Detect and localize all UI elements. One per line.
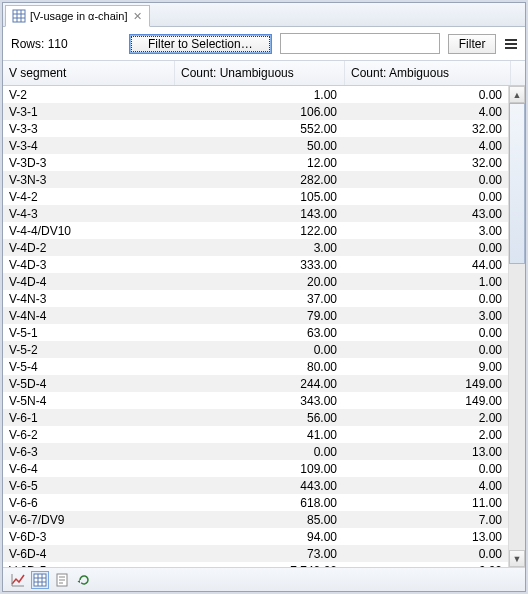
column-header-segment[interactable]: V segment <box>3 61 175 85</box>
table-row[interactable]: V-4N-479.003.00 <box>3 307 508 324</box>
cell-ambiguous: 2.00 <box>343 428 508 442</box>
note-icon[interactable] <box>53 571 71 589</box>
table-row[interactable]: V-3N-3282.000.00 <box>3 171 508 188</box>
table-row[interactable]: V-3D-312.0032.00 <box>3 154 508 171</box>
table-row[interactable]: V-6-4109.000.00 <box>3 460 508 477</box>
table-row[interactable]: V-21.000.00 <box>3 86 508 103</box>
cell-segment: V-4-3 <box>3 207 174 221</box>
hamburger-menu-icon[interactable] <box>504 35 518 53</box>
close-icon[interactable]: ✕ <box>131 10 143 22</box>
cell-unambiguous: 41.00 <box>174 428 343 442</box>
table-row[interactable]: V-4D-420.001.00 <box>3 273 508 290</box>
cell-unambiguous: 122.00 <box>174 224 343 238</box>
svg-marker-19 <box>78 580 81 583</box>
cell-unambiguous: 106.00 <box>174 105 343 119</box>
cell-segment: V-6-2 <box>3 428 174 442</box>
cell-segment: V-3-4 <box>3 139 174 153</box>
cell-segment: V-4-2 <box>3 190 174 204</box>
cell-segment: V-6-4 <box>3 462 174 476</box>
cell-ambiguous: 43.00 <box>343 207 508 221</box>
cell-unambiguous: 443.00 <box>174 479 343 493</box>
scroll-thumb[interactable] <box>509 103 525 264</box>
cell-segment: V-6-6 <box>3 496 174 510</box>
table-row[interactable]: V-4-4/DV10122.003.00 <box>3 222 508 239</box>
cell-segment: V-5-2 <box>3 343 174 357</box>
cell-unambiguous: 94.00 <box>174 530 343 544</box>
cell-segment: V-6-1 <box>3 411 174 425</box>
table-row[interactable]: V-4D-23.000.00 <box>3 239 508 256</box>
table-row[interactable]: V-3-1106.004.00 <box>3 103 508 120</box>
cell-segment: V-3N-3 <box>3 173 174 187</box>
cell-segment: V-3-3 <box>3 122 174 136</box>
table-row[interactable]: V-5-163.000.00 <box>3 324 508 341</box>
table-row[interactable]: V-6-5443.004.00 <box>3 477 508 494</box>
cell-unambiguous: 343.00 <box>174 394 343 408</box>
cell-unambiguous: 333.00 <box>174 258 343 272</box>
scroll-track[interactable] <box>509 103 525 550</box>
tab-strip: [V-usage in α-chain] ✕ <box>3 3 525 27</box>
column-header-ambiguous[interactable]: Count: Ambiguous <box>345 61 511 85</box>
cell-unambiguous: 56.00 <box>174 411 343 425</box>
table-row[interactable]: V-3-3552.0032.00 <box>3 120 508 137</box>
cell-ambiguous: 0.00 <box>343 343 508 357</box>
cell-segment: V-6-7/DV9 <box>3 513 174 527</box>
cell-ambiguous: 7.00 <box>343 513 508 527</box>
table-row[interactable]: V-6-7/DV985.007.00 <box>3 511 508 528</box>
cell-segment: V-6D-3 <box>3 530 174 544</box>
cell-unambiguous: 552.00 <box>174 122 343 136</box>
filter-to-selection-button[interactable]: Filter to Selection… <box>129 34 272 54</box>
column-header-unambiguous[interactable]: Count: Unambiguous <box>175 61 345 85</box>
grid-view-icon[interactable] <box>31 571 49 589</box>
cell-ambiguous: 9.00 <box>343 360 508 374</box>
scroll-down-button[interactable]: ▼ <box>509 550 525 567</box>
cell-unambiguous: 618.00 <box>174 496 343 510</box>
cell-unambiguous: 85.00 <box>174 513 343 527</box>
table-row[interactable]: V-6-30.0013.00 <box>3 443 508 460</box>
cell-unambiguous: 12.00 <box>174 156 343 170</box>
toolbar: Rows: 110 Filter to Selection… Filter <box>3 27 525 61</box>
table-header: V segment Count: Unambiguous Count: Ambi… <box>3 61 525 86</box>
cell-segment: V-4D-4 <box>3 275 174 289</box>
table-row[interactable]: V-4-3143.0043.00 <box>3 205 508 222</box>
table-row[interactable]: V-6-6618.0011.00 <box>3 494 508 511</box>
table-row[interactable]: V-5D-4244.00149.00 <box>3 375 508 392</box>
table-content: V segment Count: Unambiguous Count: Ambi… <box>3 61 525 567</box>
svg-rect-6 <box>505 43 517 45</box>
table-row[interactable]: V-5-20.000.00 <box>3 341 508 358</box>
refresh-icon[interactable] <box>75 571 93 589</box>
cell-ambiguous: 0.00 <box>343 326 508 340</box>
table-row[interactable]: V-3-450.004.00 <box>3 137 508 154</box>
grid-wrap: V-21.000.00V-3-1106.004.00V-3-3552.0032.… <box>3 86 525 567</box>
cell-ambiguous: 0.00 <box>343 88 508 102</box>
svg-rect-5 <box>505 39 517 41</box>
cell-segment: V-5-1 <box>3 326 174 340</box>
scroll-up-button[interactable]: ▲ <box>509 86 525 103</box>
cell-segment: V-5D-4 <box>3 377 174 391</box>
cell-segment: V-6-5 <box>3 479 174 493</box>
table-row[interactable]: V-6-241.002.00 <box>3 426 508 443</box>
svg-rect-0 <box>13 10 25 22</box>
cell-unambiguous: 80.00 <box>174 360 343 374</box>
filter-button[interactable]: Filter <box>448 34 497 54</box>
table-row[interactable]: V-6D-473.000.00 <box>3 545 508 562</box>
footer-toolbar <box>3 567 525 591</box>
cell-segment: V-2 <box>3 88 174 102</box>
filter-input[interactable] <box>280 33 440 54</box>
vertical-scrollbar[interactable]: ▲ ▼ <box>508 86 525 567</box>
cell-unambiguous: 105.00 <box>174 190 343 204</box>
tab-label: [V-usage in α-chain] <box>30 10 127 22</box>
table-row[interactable]: V-6-156.002.00 <box>3 409 508 426</box>
cell-ambiguous: 149.00 <box>343 377 508 391</box>
cell-ambiguous: 0.00 <box>343 241 508 255</box>
cell-ambiguous: 4.00 <box>343 105 508 119</box>
table-row[interactable]: V-5N-4343.00149.00 <box>3 392 508 409</box>
table-row[interactable]: V-5-480.009.00 <box>3 358 508 375</box>
table-row[interactable]: V-4N-337.000.00 <box>3 290 508 307</box>
table-row[interactable]: V-6D-394.0013.00 <box>3 528 508 545</box>
cell-unambiguous: 0.00 <box>174 445 343 459</box>
line-chart-icon[interactable] <box>9 571 27 589</box>
tab-v-usage[interactable]: [V-usage in α-chain] ✕ <box>5 5 150 27</box>
table-row[interactable]: V-4-2105.000.00 <box>3 188 508 205</box>
cell-unambiguous: 244.00 <box>174 377 343 391</box>
table-row[interactable]: V-4D-3333.0044.00 <box>3 256 508 273</box>
